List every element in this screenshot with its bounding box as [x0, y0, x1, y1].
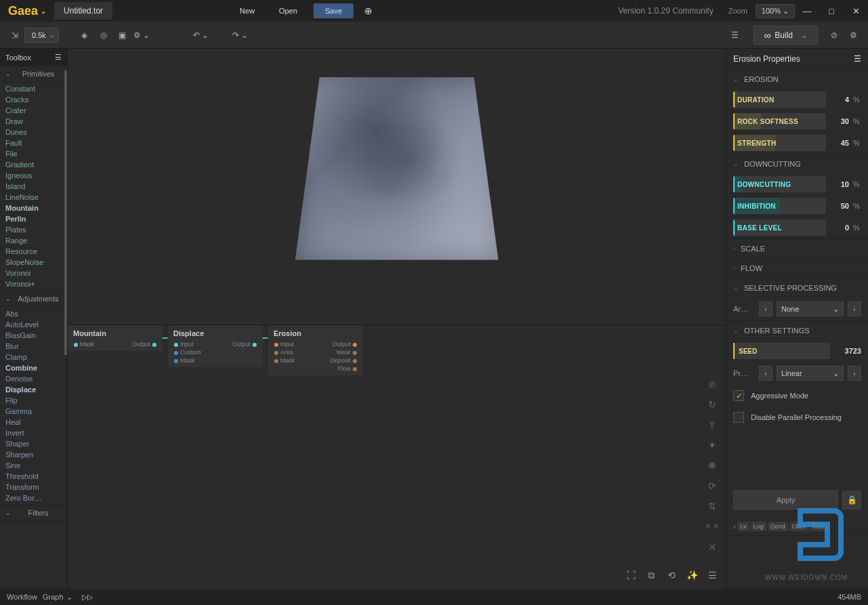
adjustment-blur[interactable]: Blur: [0, 341, 67, 352]
filename-tab[interactable]: Untitled.tor: [54, 2, 112, 20]
redo-button[interactable]: ↷ ⌄: [231, 26, 250, 45]
primitive-island[interactable]: Island: [0, 181, 67, 192]
play-button[interactable]: ▷▷: [82, 593, 93, 602]
node-erosion[interactable]: Erosion InputOutput AreaWear MaskDeposit…: [268, 325, 363, 375]
resolution-dropdown[interactable]: 0.5k: [24, 28, 59, 43]
section-downcutting[interactable]: ⌄DOWNCUTTING: [726, 154, 868, 173]
adjustment-denoise[interactable]: Denoise: [0, 373, 67, 384]
prev-arrow[interactable]: ‹: [759, 366, 773, 381]
vp-tool-icon[interactable]: ❋: [704, 457, 720, 474]
param-base-level[interactable]: BASE LEVEL: [733, 220, 826, 236]
primitives-header[interactable]: ⌄Primitives: [0, 66, 67, 82]
filters-header[interactable]: ⌄Filters: [0, 505, 67, 521]
section-scale[interactable]: ›SCALE: [726, 239, 868, 258]
prev-arrow[interactable]: ‹: [759, 301, 773, 316]
vp-tool-icon[interactable]: ⊘: [704, 376, 720, 392]
adjustment-invert[interactable]: Invert: [0, 427, 67, 438]
param-rock-softness[interactable]: ROCK SOFTNESS: [733, 113, 826, 129]
save-button[interactable]: Save: [313, 3, 353, 18]
primitive-file[interactable]: File: [0, 148, 67, 159]
menu-icon[interactable]: ☰: [704, 567, 720, 583]
chip[interactable]: Max: [810, 522, 827, 531]
vp-tool-icon[interactable]: ⇪: [704, 417, 720, 433]
maximize-button[interactable]: □: [819, 2, 844, 20]
build-button[interactable]: ∞Build⌄: [754, 26, 818, 45]
primitive-voronoi[interactable]: Voronoi: [0, 268, 67, 278]
primitive-gradient[interactable]: Gradient: [0, 159, 67, 170]
node-displace[interactable]: Displace InputOutput Custom Mask: [168, 325, 263, 367]
chevron-left-icon[interactable]: ‹: [733, 522, 736, 531]
section-other[interactable]: ⌄OTHER SETTINGS: [726, 321, 868, 340]
aggressive-checkbox[interactable]: ✓: [733, 390, 744, 401]
primitive-resource[interactable]: Resource: [0, 246, 67, 257]
globe-icon[interactable]: ◎: [94, 26, 113, 45]
param-downcutting[interactable]: DOWNCUTTING: [733, 176, 826, 192]
adjustments-header[interactable]: ⌄Adjustments: [0, 291, 67, 307]
lock-button[interactable]: 🔒: [842, 491, 861, 509]
primitive-draw[interactable]: Draw: [0, 116, 67, 127]
camera-icon[interactable]: ▣: [113, 26, 132, 45]
primitive-constant[interactable]: Constant: [0, 83, 67, 94]
hamburger-icon[interactable]: ☰: [854, 54, 861, 64]
primitive-range[interactable]: Range: [0, 235, 67, 246]
close-button[interactable]: ✕: [844, 2, 868, 20]
node-mountain[interactable]: Mountain MaskOutput: [68, 325, 162, 351]
chip[interactable]: Lv: [737, 522, 750, 531]
adjustment-sine[interactable]: Sine: [0, 460, 67, 471]
seed-input[interactable]: SEED: [733, 343, 830, 359]
node-graph[interactable]: Mountain MaskOutput Displace InputOutput…: [68, 325, 726, 589]
view-icon[interactable]: ◈: [75, 26, 94, 45]
adjustment-sharpen[interactable]: Sharpen: [0, 449, 67, 460]
vp-tool-icon[interactable]: ⚬⚬: [704, 518, 720, 535]
undo-button[interactable]: ↶ ⌄: [192, 26, 211, 45]
primitive-perlin[interactable]: Perlin: [0, 213, 67, 224]
vp-tool-icon[interactable]: ⤨: [704, 539, 720, 555]
adjustment-flip[interactable]: Flip: [0, 395, 67, 406]
zoom-dropdown[interactable]: 100% ⌄: [756, 4, 795, 18]
open-button[interactable]: Open: [267, 3, 309, 19]
param-strength[interactable]: STRENGTH: [733, 135, 826, 151]
adjustment-clamp[interactable]: Clamp: [0, 352, 67, 362]
primitive-dunes[interactable]: Dunes: [0, 127, 67, 138]
app-logo[interactable]: Gaea⌄: [0, 4, 54, 18]
adjustment-abs[interactable]: Abs: [0, 308, 67, 319]
refresh-icon[interactable]: ⟲: [664, 567, 680, 583]
section-selective[interactable]: ⌄SELECTIVE PROCESSING: [726, 278, 868, 297]
adjustment-displace[interactable]: Displace: [0, 384, 67, 395]
section-erosion[interactable]: ⌄EROSION: [726, 70, 868, 89]
spark-icon[interactable]: ✨: [684, 567, 700, 583]
vp-tool-icon[interactable]: ↻: [704, 396, 720, 413]
chip[interactable]: Gend: [768, 522, 788, 531]
adjustment-autolevel[interactable]: AutoLevel: [0, 319, 67, 330]
settings-icon[interactable]: ⚙: [844, 26, 863, 45]
workflow-mode-dropdown[interactable]: Graph⌄: [43, 593, 72, 602]
primitive-cracks[interactable]: Cracks: [0, 94, 67, 105]
primitive-voronoi+[interactable]: Voronoi+: [0, 278, 67, 289]
vp-tool-icon[interactable]: ✦: [704, 437, 720, 453]
primitive-fault[interactable]: Fault: [0, 138, 67, 148]
vp-tool-icon[interactable]: ⇅: [704, 498, 720, 514]
viewport-3d[interactable]: [68, 49, 726, 325]
adjustment-gamma[interactable]: Gamma: [0, 406, 67, 417]
gear-icon[interactable]: ⚙ ⌄: [132, 26, 151, 45]
param-duration[interactable]: DURATION: [733, 91, 826, 108]
adjustment-transform[interactable]: Transform: [0, 482, 67, 493]
param-inhibition[interactable]: INHIBITION: [733, 198, 826, 214]
section-flow[interactable]: ›FLOW: [726, 259, 868, 278]
adjustment-heal[interactable]: Heal: [0, 417, 67, 427]
copy-icon[interactable]: ⧉: [643, 567, 659, 583]
area-dropdown[interactable]: None⌄: [777, 301, 844, 316]
primitive-mountain[interactable]: Mountain: [0, 203, 67, 213]
adjustment-shaper[interactable]: Shaper: [0, 438, 67, 449]
minimize-button[interactable]: —: [795, 2, 819, 20]
cancel-icon[interactable]: ⊘: [825, 26, 844, 45]
primitive-crater[interactable]: Crater: [0, 105, 67, 116]
primitive-igneous[interactable]: Igneous: [0, 170, 67, 181]
primitive-plates[interactable]: Plates: [0, 224, 67, 235]
parallel-checkbox[interactable]: [733, 412, 744, 423]
adjustment-combine[interactable]: Combine: [0, 362, 67, 373]
primitive-slopenoise[interactable]: SlopeNoise: [0, 257, 67, 268]
pr-dropdown[interactable]: Linear⌄: [777, 366, 844, 381]
fit-icon[interactable]: ⛶: [623, 567, 639, 583]
add-tab-button[interactable]: ⊕: [357, 3, 379, 19]
